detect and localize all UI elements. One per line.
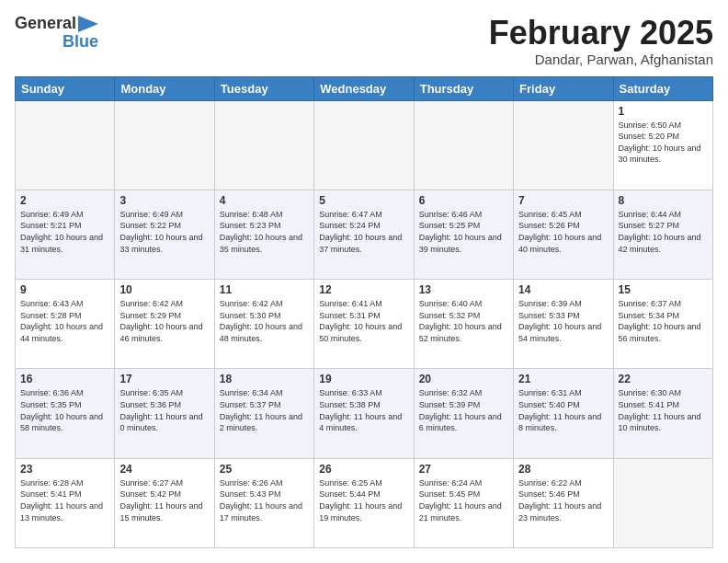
day-info: Sunrise: 6:39 AM Sunset: 5:33 PM Dayligh… <box>518 298 608 344</box>
calendar-week-row: 9Sunrise: 6:43 AM Sunset: 5:28 PM Daylig… <box>16 280 713 369</box>
day-info: Sunrise: 6:48 AM Sunset: 5:23 PM Dayligh… <box>220 209 309 255</box>
table-row <box>414 100 513 190</box>
day-info: Sunrise: 6:44 AM Sunset: 5:27 PM Dayligh… <box>619 209 708 255</box>
table-row: 13Sunrise: 6:40 AM Sunset: 5:32 PM Dayli… <box>414 280 513 369</box>
logo: General Blue <box>15 15 98 52</box>
day-number: 13 <box>419 283 508 296</box>
day-number: 26 <box>319 463 408 476</box>
logo-arrow-icon <box>78 16 98 32</box>
day-number: 2 <box>20 194 109 207</box>
col-tuesday: Tuesday <box>214 76 313 100</box>
day-number: 8 <box>619 194 708 207</box>
col-monday: Monday <box>115 76 214 100</box>
day-info: Sunrise: 6:49 AM Sunset: 5:22 PM Dayligh… <box>119 209 209 255</box>
table-row: 22Sunrise: 6:30 AM Sunset: 5:41 PM Dayli… <box>613 369 712 458</box>
day-number: 24 <box>119 463 209 476</box>
calendar-week-row: 23Sunrise: 6:28 AM Sunset: 5:41 PM Dayli… <box>16 458 713 547</box>
table-row <box>514 100 613 190</box>
day-info: Sunrise: 6:37 AM Sunset: 5:34 PM Dayligh… <box>619 298 708 344</box>
day-number: 28 <box>518 463 608 476</box>
day-info: Sunrise: 6:43 AM Sunset: 5:28 PM Dayligh… <box>20 298 109 344</box>
page: General Blue February 2025 Dandar, Parwa… <box>0 0 728 563</box>
table-row: 14Sunrise: 6:39 AM Sunset: 5:33 PM Dayli… <box>514 280 613 369</box>
table-row: 21Sunrise: 6:31 AM Sunset: 5:40 PM Dayli… <box>514 369 613 458</box>
day-number: 15 <box>619 283 708 296</box>
header: General Blue February 2025 Dandar, Parwa… <box>15 15 713 67</box>
day-number: 20 <box>419 373 508 385</box>
day-number: 22 <box>619 373 708 385</box>
month-title: February 2025 <box>489 15 713 52</box>
day-number: 11 <box>220 283 309 296</box>
day-number: 6 <box>419 194 508 207</box>
table-row: 17Sunrise: 6:35 AM Sunset: 5:36 PM Dayli… <box>115 369 214 458</box>
day-info: Sunrise: 6:33 AM Sunset: 5:38 PM Dayligh… <box>319 387 408 433</box>
day-number: 21 <box>518 373 608 385</box>
day-info: Sunrise: 6:42 AM Sunset: 5:29 PM Dayligh… <box>119 298 209 344</box>
day-info: Sunrise: 6:50 AM Sunset: 5:20 PM Dayligh… <box>619 120 708 166</box>
day-info: Sunrise: 6:30 AM Sunset: 5:41 PM Dayligh… <box>619 387 708 433</box>
day-number: 19 <box>319 373 408 385</box>
location-title: Dandar, Parwan, Afghanistan <box>489 52 713 67</box>
day-info: Sunrise: 6:24 AM Sunset: 5:45 PM Dayligh… <box>419 477 508 523</box>
day-info: Sunrise: 6:34 AM Sunset: 5:37 PM Dayligh… <box>220 387 309 433</box>
day-info: Sunrise: 6:28 AM Sunset: 5:41 PM Dayligh… <box>20 477 109 523</box>
table-row: 3Sunrise: 6:49 AM Sunset: 5:22 PM Daylig… <box>115 190 214 279</box>
calendar-header-row: Sunday Monday Tuesday Wednesday Thursday… <box>16 76 713 100</box>
day-info: Sunrise: 6:41 AM Sunset: 5:31 PM Dayligh… <box>319 298 408 344</box>
day-info: Sunrise: 6:31 AM Sunset: 5:40 PM Dayligh… <box>518 387 608 433</box>
table-row: 2Sunrise: 6:49 AM Sunset: 5:21 PM Daylig… <box>16 190 115 279</box>
day-info: Sunrise: 6:40 AM Sunset: 5:32 PM Dayligh… <box>419 298 508 344</box>
table-row: 12Sunrise: 6:41 AM Sunset: 5:31 PM Dayli… <box>314 280 414 369</box>
table-row: 23Sunrise: 6:28 AM Sunset: 5:41 PM Dayli… <box>16 458 115 547</box>
table-row <box>115 100 214 190</box>
logo-blue-text: Blue <box>63 33 98 52</box>
day-info: Sunrise: 6:36 AM Sunset: 5:35 PM Dayligh… <box>20 387 109 433</box>
table-row: 6Sunrise: 6:46 AM Sunset: 5:25 PM Daylig… <box>414 190 513 279</box>
logo-general-text: General <box>15 15 76 33</box>
col-wednesday: Wednesday <box>314 76 414 100</box>
day-number: 16 <box>20 373 109 385</box>
table-row: 9Sunrise: 6:43 AM Sunset: 5:28 PM Daylig… <box>16 280 115 369</box>
day-number: 12 <box>319 283 408 296</box>
day-number: 25 <box>220 463 309 476</box>
table-row: 19Sunrise: 6:33 AM Sunset: 5:38 PM Dayli… <box>314 369 414 458</box>
table-row: 1Sunrise: 6:50 AM Sunset: 5:20 PM Daylig… <box>613 100 712 190</box>
table-row: 25Sunrise: 6:26 AM Sunset: 5:43 PM Dayli… <box>214 458 313 547</box>
day-number: 27 <box>419 463 508 476</box>
svg-marker-0 <box>78 16 98 32</box>
day-number: 14 <box>518 283 608 296</box>
table-row: 8Sunrise: 6:44 AM Sunset: 5:27 PM Daylig… <box>613 190 712 279</box>
table-row: 20Sunrise: 6:32 AM Sunset: 5:39 PM Dayli… <box>414 369 513 458</box>
day-info: Sunrise: 6:32 AM Sunset: 5:39 PM Dayligh… <box>419 387 508 433</box>
col-sunday: Sunday <box>16 76 115 100</box>
table-row: 15Sunrise: 6:37 AM Sunset: 5:34 PM Dayli… <box>613 280 712 369</box>
table-row: 16Sunrise: 6:36 AM Sunset: 5:35 PM Dayli… <box>16 369 115 458</box>
day-number: 23 <box>20 463 109 476</box>
day-info: Sunrise: 6:45 AM Sunset: 5:26 PM Dayligh… <box>518 209 608 255</box>
table-row <box>314 100 414 190</box>
day-number: 18 <box>220 373 309 385</box>
day-number: 3 <box>119 194 209 207</box>
day-info: Sunrise: 6:22 AM Sunset: 5:46 PM Dayligh… <box>518 477 608 523</box>
table-row <box>214 100 313 190</box>
day-info: Sunrise: 6:35 AM Sunset: 5:36 PM Dayligh… <box>119 387 209 433</box>
day-info: Sunrise: 6:49 AM Sunset: 5:21 PM Dayligh… <box>20 209 109 255</box>
table-row: 7Sunrise: 6:45 AM Sunset: 5:26 PM Daylig… <box>514 190 613 279</box>
calendar-week-row: 16Sunrise: 6:36 AM Sunset: 5:35 PM Dayli… <box>16 369 713 458</box>
table-row: 27Sunrise: 6:24 AM Sunset: 5:45 PM Dayli… <box>414 458 513 547</box>
day-info: Sunrise: 6:26 AM Sunset: 5:43 PM Dayligh… <box>220 477 309 523</box>
day-info: Sunrise: 6:46 AM Sunset: 5:25 PM Dayligh… <box>419 209 508 255</box>
day-info: Sunrise: 6:47 AM Sunset: 5:24 PM Dayligh… <box>319 209 408 255</box>
day-number: 4 <box>220 194 309 207</box>
table-row: 28Sunrise: 6:22 AM Sunset: 5:46 PM Dayli… <box>514 458 613 547</box>
day-number: 10 <box>119 283 209 296</box>
day-number: 5 <box>319 194 408 207</box>
table-row: 24Sunrise: 6:27 AM Sunset: 5:42 PM Dayli… <box>115 458 214 547</box>
col-thursday: Thursday <box>414 76 513 100</box>
day-info: Sunrise: 6:42 AM Sunset: 5:30 PM Dayligh… <box>220 298 309 344</box>
table-row: 5Sunrise: 6:47 AM Sunset: 5:24 PM Daylig… <box>314 190 414 279</box>
day-number: 1 <box>619 105 708 118</box>
calendar-week-row: 2Sunrise: 6:49 AM Sunset: 5:21 PM Daylig… <box>16 190 713 279</box>
day-number: 9 <box>20 283 109 296</box>
table-row <box>16 100 115 190</box>
